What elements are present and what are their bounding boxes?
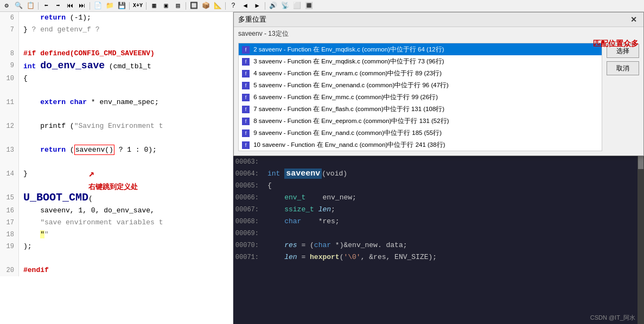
list-item-3[interactable]: f 4 saveenv - Function 在 Env_nvram.c (co… (239, 67, 602, 79)
toolbar-icon-10[interactable]: ▣ (162, 2, 170, 10)
list-item-icon-6: f (242, 106, 250, 113)
code-panel: 6 return (-1); 7 } ? end getenv_f ? 8 #i… (0, 12, 233, 324)
preview-linenum-65: 00065: (233, 180, 263, 192)
preview-line-70: 00070: res = (char *)&env_new. data; (233, 239, 637, 251)
separator-7 (265, 2, 265, 10)
code-content: 6 return (-1); 7 } ? end getenv_f ? 8 #i… (0, 12, 233, 276)
toolbar-nav-forward[interactable]: ➡ (54, 2, 62, 10)
line-num-17: 17 (0, 217, 19, 229)
list-item-icon-9: f (242, 141, 250, 149)
toolbar-icon-21[interactable]: 🔳 (304, 2, 313, 10)
line-code-17: "save environment variables t (19, 217, 233, 229)
cancel-button[interactable]: 取消 (607, 61, 639, 75)
toolbar-icon-18[interactable]: 🔊 (269, 2, 277, 10)
toolbar-icon-3[interactable]: 📋 (26, 2, 35, 10)
toolbar-icon-1[interactable]: ⚙ (2, 2, 11, 10)
dialog-buttons: 选择 取消 (607, 43, 639, 151)
line-code-blank2 (19, 85, 233, 96)
preview-linenum-66: 00066: (233, 192, 263, 204)
code-line-16: 16 saveenv, 1, 0, do_env_save, (0, 205, 233, 217)
line-code-9: int do_env_save (cmd_tbl_t (19, 60, 233, 73)
line-code-blank1 (19, 36, 233, 48)
code-line-20: 20 #endif (0, 264, 233, 276)
line-code-12: printf ("Saving Environment t (19, 120, 233, 132)
toolbar-icon-14[interactable]: 📐 (213, 2, 222, 10)
preview-scrollbar-right[interactable] (637, 146, 644, 324)
list-item-text-3: 4 saveenv - Function 在 Env_nvram.c (comm… (253, 70, 442, 76)
preview-linenum-63: 00063: (233, 156, 263, 168)
toolbar-icon-12[interactable]: 🔲 (189, 2, 198, 10)
list-item-icon-4: f (242, 82, 250, 89)
watermark: CSDN @IT_阿水 (590, 314, 635, 322)
code-line-15: 15 U_BOOT_CMD( (0, 192, 233, 205)
toolbar-icon-20[interactable]: ⬜ (292, 2, 301, 10)
code-line-11: 11 extern char * env_name_spec; (0, 96, 233, 108)
list-item-9[interactable]: f 10 saveenv - Function 在 Env_nand.c (co… (239, 139, 602, 151)
line-code-6: return (-1); (19, 12, 233, 24)
dialog-close-button[interactable]: ✕ (628, 15, 639, 24)
list-item-1[interactable]: f 2 saveenv - Function 在 Env_mqdisk.c (c… (239, 43, 602, 55)
line-num-11: 11 (0, 96, 19, 108)
list-item-icon-2: f (242, 58, 250, 66)
code-line-blank6 (0, 252, 233, 264)
dialog-multiple-locations: 多重位置 ✕ saveenv - 13定位 f 2 saveenv - Func… (233, 12, 644, 156)
toolbar-icon-7[interactable]: 📁 (105, 2, 114, 10)
code-line-blank5 (0, 180, 233, 192)
list-item-4[interactable]: f 5 saveenv - Function 在 Env_onenand.c (… (239, 79, 602, 91)
toolbar-icon-8[interactable]: 💾 (117, 2, 126, 10)
list-item-5[interactable]: f 6 saveenv - Function 在 Env_mmc.c (comm… (239, 91, 602, 103)
line-num-ann (0, 156, 19, 168)
list-item-7[interactable]: f 8 saveenv - Function 在 Env_eeprom.c (c… (239, 115, 602, 127)
toolbar-icon-19[interactable]: 📡 (280, 2, 289, 10)
toolbar-icon-5[interactable]: ⏭ (78, 2, 86, 10)
toolbar-icon-6[interactable]: 📄 (93, 2, 102, 10)
toolbar-icon-13[interactable]: 📦 (201, 2, 210, 10)
line-num-blank6 (0, 252, 19, 264)
line-num-13: 13 (0, 144, 19, 156)
code-line-blank4 (0, 132, 233, 144)
dialog-list[interactable]: f 2 saveenv - Function 在 Env_mqdisk.c (c… (238, 43, 602, 151)
toolbar-icon-4[interactable]: ⏮ (66, 2, 74, 10)
code-line-14: 14 } (0, 168, 233, 180)
line-code-13: return (saveenv() ? 1 : 0); (19, 144, 233, 156)
line-code-7: } ? end getenv_f ? (19, 24, 233, 36)
preview-line-64: 00064: int saveenv(void) (233, 168, 637, 180)
code-line-7: 7 } ? end getenv_f ? (0, 24, 233, 36)
preview-linenum-69: 00069: (233, 228, 263, 239)
list-item-icon-5: f (242, 94, 250, 101)
line-num-blank1 (0, 36, 19, 48)
line-num-6: 6 (0, 12, 19, 24)
code-line-18: 18 "" (0, 229, 233, 241)
separator-5 (186, 2, 186, 10)
preview-line-68: 00068: char *res; (233, 216, 637, 228)
line-num-20: 20 (0, 264, 19, 276)
list-item-8[interactable]: f 9 saveenv - Function 在 Env_nand.c (com… (239, 127, 602, 139)
list-item-10[interactable]: f 11 saveenv - Function 在 Env_flash.c (c… (239, 151, 602, 151)
line-num-blank2 (0, 85, 19, 96)
toolbar-icon-11[interactable]: ▤ (174, 2, 182, 10)
list-item-text-2: 3 saveenv - Function 在 Env_mqdisk.c (com… (253, 58, 444, 64)
toolbar-icon-9[interactable]: ▦ (150, 2, 158, 10)
code-line-10: 10 { (0, 73, 233, 85)
preview-linenum-68: 00068: (233, 216, 263, 228)
list-item-2[interactable]: f 3 saveenv - Function 在 Env_mqdisk.c (c… (239, 55, 602, 67)
preview-line-71: 00071: len = hexport('\0', &res, ENV_SIZ… (233, 251, 637, 263)
line-code-8: #if defined(CONFIG_CMD_SAVEENV) (19, 48, 233, 60)
code-preview: 00063: 00064: int saveenv(void) 00065: {… (233, 154, 637, 265)
match-annotation: 匹配位置众多 (593, 39, 639, 49)
preview-code-71: len = hexport('\0', &res, ENV_SIZE); (263, 251, 637, 263)
code-line-17: 17 "save environment variables t (0, 217, 233, 229)
preview-code-69 (263, 228, 637, 239)
toolbar-icon-16[interactable]: ◀ (241, 2, 250, 10)
dialog-titlebar: 多重位置 ✕ (234, 12, 643, 27)
toolbar-icon-17[interactable]: ▶ (253, 2, 262, 10)
line-code-blank3 (19, 108, 233, 120)
toolbar-icon-15[interactable]: ? (229, 2, 238, 10)
list-item-text-5: 6 saveenv - Function 在 Env_mmc.c (common… (253, 94, 438, 100)
toolbar-icon-2[interactable]: 🔍 (14, 2, 23, 10)
toolbar-nav-back[interactable]: ⬅ (42, 2, 50, 10)
preview-code-64: int saveenv(void) (263, 168, 637, 180)
list-item-6[interactable]: f 7 saveenv - Function 在 Env_flash.c (co… (239, 103, 602, 115)
line-num-blank3 (0, 108, 19, 120)
line-code-15: U_BOOT_CMD( (19, 192, 233, 205)
